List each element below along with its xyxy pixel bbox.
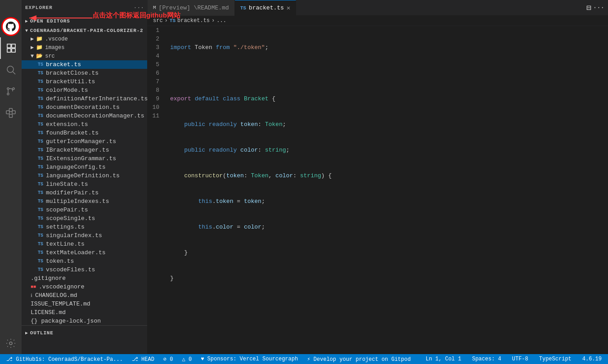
activity-settings[interactable] bbox=[0, 333, 22, 354]
file-extension-ts[interactable]: TS extension.ts bbox=[22, 120, 147, 129]
code-line-4: public readonly token: Token; bbox=[170, 120, 608, 129]
file-name-token: token.ts bbox=[46, 258, 74, 265]
status-ln[interactable]: Ln 1, Col 1 bbox=[423, 356, 464, 362]
file-textmateloader-ts[interactable]: TS textMateLoader.ts bbox=[22, 248, 147, 257]
file-name-foundbracket: foundBracket.ts bbox=[46, 130, 99, 136]
file-issue-template-md[interactable]: ISSUE_TEMPLATE.md bbox=[22, 300, 147, 308]
svg-point-4 bbox=[7, 66, 14, 72]
file-languagedef-ts[interactable]: TS languageDefinition.ts bbox=[22, 171, 147, 180]
ts-badge-scopepair: TS bbox=[38, 207, 43, 212]
folder-src[interactable]: ▼ 📂 src bbox=[22, 52, 147, 60]
github-icon-wrapper bbox=[0, 16, 22, 37]
file-modifierpair-ts[interactable]: TS modifierPair.ts bbox=[22, 189, 147, 197]
file-bracket-ts[interactable]: TS bracket.ts bbox=[22, 60, 147, 69]
ts-badge-languageconfig: TS bbox=[38, 165, 43, 170]
activity-source-control[interactable] bbox=[0, 81, 22, 102]
breadcrumb-sep1: › bbox=[165, 18, 168, 24]
file-bracketutil-ts[interactable]: TS bracketUtil.ts bbox=[22, 77, 147, 86]
status-spaces[interactable]: Spaces: 4 bbox=[469, 356, 504, 362]
activity-search[interactable] bbox=[0, 59, 22, 81]
folder-vscode[interactable]: ▶ 📁 .vscode bbox=[22, 35, 147, 43]
status-encoding[interactable]: UTF-8 bbox=[509, 356, 531, 362]
svg-rect-1 bbox=[12, 44, 15, 48]
open-editors-section[interactable]: ▶ OPEN EDITORS bbox=[22, 16, 147, 25]
status-warnings[interactable]: △ 0 bbox=[180, 356, 195, 363]
status-language[interactable]: TypeScript bbox=[536, 356, 574, 362]
file-colormode-ts[interactable]: TS colorMode.ts bbox=[22, 86, 147, 94]
ts-badge-docdecorationmgr: TS bbox=[38, 113, 43, 118]
svg-line-5 bbox=[13, 72, 16, 75]
file-textline-ts[interactable]: TS textLine.ts bbox=[22, 240, 147, 248]
status-errors[interactable]: ⊘ 0 bbox=[161, 356, 176, 363]
activity-explorer[interactable] bbox=[0, 37, 22, 59]
file-name-bracketutil: bracketUtil.ts bbox=[46, 78, 95, 85]
ts-badge-foundbracket: TS bbox=[38, 130, 43, 135]
file-settings-ts[interactable]: TS settings.ts bbox=[22, 223, 147, 231]
project-section[interactable]: ▼ COENRAADS/BRACKET-PAIR-COLORIZER-2 bbox=[22, 25, 147, 35]
file-license-md[interactable]: LICENSE.md bbox=[22, 308, 147, 317]
tab-readme[interactable]: M [Preview] \README.md bbox=[148, 0, 235, 16]
status-github[interactable]: ⎇ GitHub1s: CoenraadS/Bracket-Pa... bbox=[4, 356, 126, 363]
file-name-issuetemplate: ISSUE_TEMPLATE.md bbox=[31, 301, 90, 307]
breadcrumb-more: ... bbox=[216, 18, 226, 24]
tab-bracket[interactable]: TS bracket.ts ✕ bbox=[235, 0, 297, 16]
file-name-ibracketmgr: IBracketManager.ts bbox=[46, 147, 109, 153]
file-scopesingle-ts[interactable]: TS scopeSingle.ts bbox=[22, 214, 147, 223]
file-vscodeignore[interactable]: ■■ .vscodeignore bbox=[22, 283, 147, 291]
folder-chevron-src: ▼ bbox=[31, 53, 34, 59]
file-iextensiongrammar-ts[interactable]: TS IExtensionGrammar.ts bbox=[22, 154, 147, 163]
folder-name-src: src bbox=[45, 53, 55, 59]
ts-badge-colormode: TS bbox=[38, 88, 43, 93]
github-icon[interactable] bbox=[3, 18, 19, 35]
tab-more-icon[interactable]: ··· bbox=[593, 4, 604, 11]
tab-close-icon[interactable]: ✕ bbox=[287, 5, 290, 11]
file-name-vscodeignore: .vscodeignore bbox=[39, 283, 84, 290]
folder-icon-src: 📂 bbox=[36, 53, 43, 59]
breadcrumb-sep2: › bbox=[212, 18, 215, 24]
ts-badge-textline: TS bbox=[38, 242, 43, 247]
breadcrumb: src › TS bracket.ts › ... bbox=[148, 16, 608, 26]
file-token-ts[interactable]: TS token.ts bbox=[22, 257, 147, 265]
file-definitionafter-ts[interactable]: TS definitionAfterInheritance.ts bbox=[22, 94, 147, 103]
file-ibracketmanager-ts[interactable]: TS IBracketManager.ts bbox=[22, 146, 147, 154]
status-sponsors[interactable]: ♥ Sponsors: Vercel Sourcegraph bbox=[198, 356, 301, 362]
file-gitignore[interactable]: .gitignore bbox=[22, 274, 147, 283]
outline-label[interactable]: ▶ OUTLINE bbox=[22, 328, 147, 337]
line-num-7: 7 bbox=[151, 77, 163, 86]
file-linestate-ts[interactable]: TS lineState.ts bbox=[22, 180, 147, 189]
file-name-languageconfig: languageConfig.ts bbox=[46, 164, 106, 171]
code-content: import Token from "./token"; export defa… bbox=[170, 26, 608, 354]
explorer-more-icon[interactable]: ··· bbox=[134, 4, 144, 11]
status-branch[interactable]: ⎇ HEAD bbox=[129, 356, 157, 363]
folder-images[interactable]: ▶ 📁 images bbox=[22, 43, 147, 52]
status-gitpod[interactable]: ⚡ Develop your project on Gitpod bbox=[304, 356, 413, 363]
file-languageconfig-ts[interactable]: TS languageConfig.ts bbox=[22, 163, 147, 171]
split-editor-icon[interactable]: ⊟ bbox=[586, 3, 591, 13]
breadcrumb-ts-icon: TS bbox=[170, 18, 176, 23]
main-area: ▶ OPEN EDITORS ▼ COENRAADS/BRACKET-PAIR-… bbox=[0, 16, 608, 354]
file-documentdecoration-ts[interactable]: TS documentDecoration.ts bbox=[22, 103, 147, 112]
line-num-5: 5 bbox=[151, 60, 163, 69]
line-num-11: 11 bbox=[151, 112, 163, 120]
folder-icon-vscode: 📁 bbox=[36, 36, 43, 42]
file-guttericonmanager-ts[interactable]: TS gutterIconManager.ts bbox=[22, 137, 147, 146]
activity-extensions[interactable] bbox=[0, 102, 22, 124]
file-name-definitionafter: definitionAfterInheritance.ts bbox=[46, 95, 147, 102]
file-multipleindexes-ts[interactable]: TS multipleIndexes.ts bbox=[22, 197, 147, 206]
status-right: Ln 1, Col 1 Spaces: 4 UTF-8 TypeScript 4… bbox=[423, 356, 604, 362]
file-name-scopepair: scopePair.ts bbox=[46, 207, 88, 213]
file-documentdecorationmanager-ts[interactable]: TS documentDecorationManager.ts bbox=[22, 112, 147, 120]
ts-badge-bracket: TS bbox=[38, 62, 43, 67]
file-foundbracket-ts[interactable]: TS foundBracket.ts bbox=[22, 129, 147, 137]
file-vscodefiles-ts[interactable]: TS vscodeFiles.ts bbox=[22, 265, 147, 274]
ts-badge-extension: TS bbox=[38, 122, 43, 127]
folder-name-images: images bbox=[45, 45, 64, 51]
sidebar-scroll[interactable]: ▶ OPEN EDITORS ▼ COENRAADS/BRACKET-PAIR-… bbox=[22, 16, 147, 354]
code-editor[interactable]: 1 2 3 4 5 6 7 8 9 10 11 import Token fro… bbox=[148, 26, 608, 354]
file-changelog-md[interactable]: ℹ CHANGELOG.md bbox=[22, 291, 147, 300]
file-singularindex-ts[interactable]: TS singularIndex.ts bbox=[22, 231, 147, 240]
file-name-settings: settings.ts bbox=[46, 224, 85, 230]
file-bracketclose-ts[interactable]: TS bracketClose.ts bbox=[22, 69, 147, 77]
file-scopepair-ts[interactable]: TS scopePair.ts bbox=[22, 206, 147, 214]
file-package-lock[interactable]: {} package-lock.json bbox=[22, 317, 147, 325]
